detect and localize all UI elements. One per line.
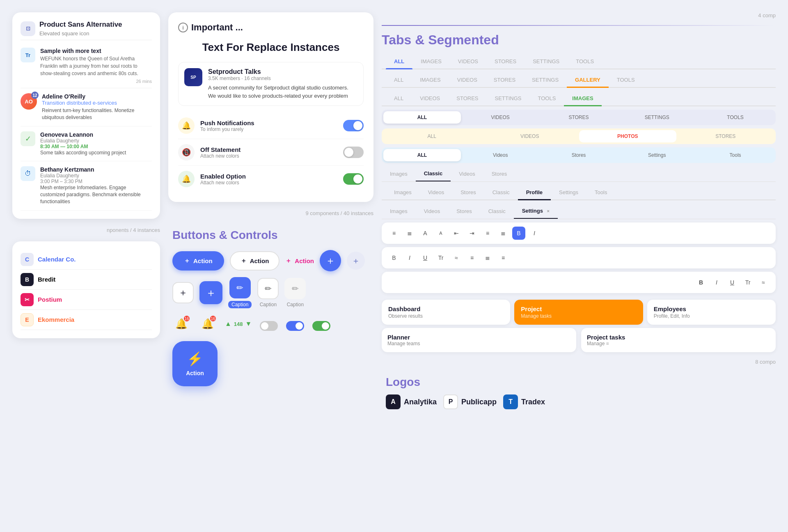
mini-toggle-gray[interactable]	[260, 321, 278, 331]
setproduct-item[interactable]: SP Setproduct Talks 3.5K members · 16 ch…	[178, 62, 364, 106]
employees-card[interactable]: Employees Profile, Edit, Info	[647, 300, 776, 325]
tab-all-2[interactable]: ALL	[386, 73, 412, 87]
tab-settings-2[interactable]: SETTINGS	[524, 73, 567, 87]
chat-item-adeline[interactable]: AO 12 Adeline O'Reilly Transition distri…	[21, 88, 152, 126]
seg-tools-3[interactable]: Tools	[696, 149, 774, 161]
fmt-indent-left[interactable]: ⇤	[450, 227, 463, 240]
seg-stores-3[interactable]: Stores	[540, 149, 618, 161]
mini-toggle-blue[interactable]	[286, 321, 304, 331]
round-blue-button[interactable]: ＋	[320, 250, 341, 271]
action-large-button[interactable]: ⚡ Action	[172, 341, 218, 386]
tab-tools-2[interactable]: TOOLS	[609, 73, 643, 87]
tab-settings-s[interactable]: Settings ×	[514, 204, 558, 219]
fmt-u3[interactable]: U	[726, 276, 739, 289]
fmt-align-center[interactable]: ≣	[403, 227, 416, 240]
push-toggle[interactable]	[343, 120, 364, 131]
fmt-s3[interactable]: ≈	[757, 276, 770, 289]
logo-publicapp[interactable]: P Publicapp	[443, 394, 497, 409]
seg-all-3[interactable]: ALL	[383, 149, 461, 161]
caption-btn-blue[interactable]: ✏ Caption	[228, 277, 252, 308]
task-item-bethany[interactable]: ⏱ Bethany Kertzmann Eulalia Daugherty 3:…	[21, 161, 152, 210]
seg-stores-1[interactable]: STORES	[540, 111, 618, 124]
tab-videos-c[interactable]: Videos	[451, 167, 483, 181]
seg-all-1[interactable]: ALL	[383, 111, 461, 124]
dashboard-card[interactable]: Dashboard Observe results	[382, 300, 510, 325]
fmt-align-left[interactable]: ≡	[387, 227, 401, 240]
tab-images-c[interactable]: Images	[382, 167, 416, 181]
logo-bredit[interactable]: B Bredit	[21, 270, 152, 290]
tab-classic-p[interactable]: Classic	[484, 185, 518, 200]
outline-sq-button[interactable]: ＋	[172, 282, 194, 303]
tab-videos-p[interactable]: Videos	[420, 185, 453, 200]
text-pink-button[interactable]: ＋ Action	[285, 257, 314, 265]
tab-profile-p[interactable]: Profile	[518, 185, 551, 200]
tab-classic-s[interactable]: Classic	[480, 204, 514, 218]
tab-settings-p[interactable]: Settings	[551, 185, 586, 200]
logo-analytika[interactable]: A Analytika	[386, 394, 437, 409]
fmt-tr3[interactable]: Tr	[741, 276, 754, 289]
tab-close-icon[interactable]: ×	[547, 209, 550, 213]
tab-tools-1[interactable]: TOOLS	[568, 54, 602, 69]
tab-videos-2[interactable]: VIDEOS	[449, 73, 486, 87]
fmt-i2[interactable]: I	[403, 251, 416, 264]
tab-videos-s[interactable]: Videos	[416, 204, 449, 218]
tab-all-1[interactable]: ALL	[386, 54, 412, 69]
seg-photos-2[interactable]: PHOTOS	[579, 130, 676, 142]
seg-all-2[interactable]: ALL	[383, 130, 481, 142]
fmt-list-2[interactable]: ≣	[497, 227, 510, 240]
fmt-align3[interactable]: ≡	[465, 251, 479, 264]
tab-stores-c[interactable]: Stores	[483, 167, 515, 181]
light-icon-button[interactable]: ＋	[347, 252, 365, 270]
fmt-bold[interactable]: B	[512, 227, 525, 240]
fmt-italic[interactable]: I	[528, 227, 541, 240]
tab-settings-1[interactable]: SETTINGS	[525, 54, 568, 69]
caption-btn-outline[interactable]: ✏ Caption	[257, 278, 279, 307]
seg-tools-1[interactable]: TOOLS	[696, 111, 774, 124]
tab-classic-c[interactable]: Classic	[416, 166, 451, 181]
tab-stores-1[interactable]: STORES	[486, 54, 525, 69]
seg-videos-1[interactable]: VIDEOS	[462, 111, 539, 124]
fmt-align5[interactable]: ≡	[497, 251, 510, 264]
fmt-i3[interactable]: I	[710, 276, 723, 289]
fmt-font-a2[interactable]: A	[434, 227, 447, 240]
blue-sq-button[interactable]: ＋	[199, 281, 222, 304]
project-tasks-card[interactable]: Project tasks Manage =	[581, 328, 776, 352]
logo-calendar[interactable]: C Calendar Co.	[21, 250, 152, 270]
fmt-indent-right[interactable]: ⇥	[465, 227, 479, 240]
tab-images-p[interactable]: Images	[386, 185, 420, 200]
tab-images-s[interactable]: Images	[382, 204, 416, 218]
outline-action-button[interactable]: ＋ Action	[230, 251, 280, 271]
tab-settings-3[interactable]: SETTINGS	[486, 91, 529, 105]
toggle-enabled[interactable]: 🔔 Enabled Option Attach new colors	[178, 166, 364, 192]
fmt-align4[interactable]: ≣	[481, 251, 494, 264]
toggle-push[interactable]: 🔔 Push Notifications To inform you rarel…	[178, 112, 364, 139]
enabled-toggle[interactable]	[343, 173, 364, 185]
seg-stores-2[interactable]: STORES	[677, 130, 774, 142]
caption-btn-gray[interactable]: ✏ Caption	[284, 278, 306, 307]
seg-videos-2[interactable]: VIDEOS	[481, 130, 579, 142]
logo-tradex[interactable]: T Tradex	[503, 394, 545, 409]
tab-videos-1[interactable]: VIDEOS	[450, 54, 486, 69]
planner-card[interactable]: Planner Manage teams	[382, 328, 576, 352]
logo-ekommercia[interactable]: E Ekommercia	[21, 310, 152, 330]
off-toggle[interactable]	[343, 147, 364, 158]
primary-action-button[interactable]: ＋ Action	[172, 251, 224, 271]
tab-stores-s[interactable]: Stores	[448, 204, 480, 218]
tab-tools-3[interactable]: TOOLS	[530, 91, 564, 105]
logo-postium[interactable]: ✂ Postium	[21, 290, 152, 310]
project-card[interactable]: Project Manage tasks	[514, 300, 643, 325]
fmt-list-1[interactable]: ≡	[481, 227, 494, 240]
tab-tools-p[interactable]: Tools	[586, 185, 615, 200]
tab-gallery-2[interactable]: GALLERY	[567, 73, 609, 87]
seg-videos-3[interactable]: Videos	[462, 149, 539, 161]
fmt-b2[interactable]: B	[387, 251, 401, 264]
tab-stores-2[interactable]: STORES	[486, 73, 524, 87]
mini-toggle-green[interactable]	[312, 321, 330, 331]
toggle-off[interactable]: 📵 Off Statement Attach new colors	[178, 139, 364, 166]
tab-images-2[interactable]: IMAGES	[412, 73, 449, 87]
tab-all-3[interactable]: ALL	[386, 91, 412, 105]
notif-orange[interactable]: 🔔 16	[172, 315, 190, 333]
tab-images-3[interactable]: IMAGES	[564, 91, 601, 105]
fmt-b3[interactable]: B	[694, 276, 708, 289]
fmt-u2[interactable]: U	[419, 251, 432, 264]
